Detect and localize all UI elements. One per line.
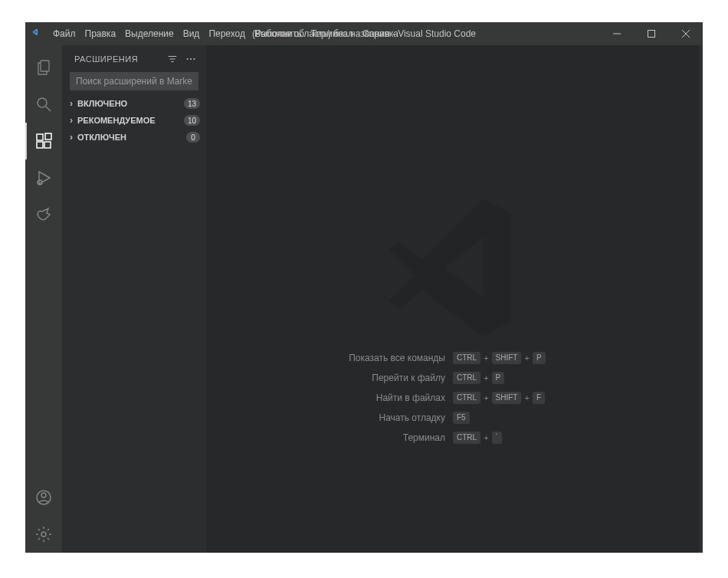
- section-badge: 13: [184, 98, 200, 109]
- menu-view[interactable]: Вид: [179, 22, 205, 45]
- editor-welcome: Показать все командыCTRL+SHIFT+PПерейти …: [206, 45, 700, 553]
- hint-keys: F5: [453, 412, 700, 424]
- svg-point-21: [193, 57, 195, 59]
- app-frame: Файл Правка Выделение Вид Переход Выполн…: [25, 22, 703, 553]
- hint-label: Терминал: [206, 432, 453, 443]
- svg-rect-1: [648, 31, 654, 38]
- run-debug-icon[interactable]: [25, 159, 62, 196]
- hint-keys: CTRL+SHIFT+P: [453, 352, 700, 364]
- hint-row: Начать отладкуF5: [206, 412, 700, 424]
- hint-row: Перейти к файлуCTRL+P: [206, 372, 700, 384]
- right-strip: [700, 45, 703, 553]
- close-button[interactable]: [668, 22, 703, 45]
- svg-rect-4: [41, 61, 49, 71]
- menu-go[interactable]: Переход: [204, 22, 250, 45]
- svg-rect-9: [44, 142, 51, 148]
- keycap: CTRL: [453, 392, 480, 404]
- svg-point-19: [187, 57, 189, 59]
- live-share-icon[interactable]: [25, 196, 62, 233]
- svg-rect-10: [45, 133, 51, 140]
- keycap: SHIFT: [492, 352, 522, 364]
- section-disabled[interactable]: › ОТКЛЮЧЕН 0: [62, 129, 206, 146]
- keycap: P: [492, 372, 505, 384]
- keycap: SHIFT: [492, 392, 522, 404]
- plus-separator: +: [484, 373, 488, 383]
- chevron-right-icon: ›: [67, 115, 76, 126]
- keycap: F5: [453, 412, 470, 424]
- hint-keys: CTRL+P: [453, 372, 700, 384]
- plus-separator: +: [484, 433, 488, 442]
- keycap: F: [533, 392, 545, 404]
- window-controls: [599, 22, 703, 45]
- window-title: (Рабочая область) без названия - Visual …: [252, 28, 476, 39]
- keycap: `: [492, 432, 502, 444]
- svg-rect-7: [37, 134, 43, 140]
- plus-separator: +: [524, 353, 529, 363]
- hint-row: Показать все командыCTRL+SHIFT+P: [206, 352, 700, 364]
- svg-point-5: [38, 98, 47, 107]
- hint-label: Найти в файлах: [206, 392, 453, 403]
- settings-gear-icon[interactable]: [25, 516, 62, 553]
- menu-file[interactable]: Файл: [48, 22, 80, 45]
- sidebar-title: РАСШИРЕНИЯ: [74, 54, 138, 64]
- svg-marker-11: [39, 172, 50, 184]
- vscode-watermark-icon: [376, 191, 530, 347]
- accounts-icon[interactable]: [25, 479, 62, 516]
- section-recommended[interactable]: › РЕКОМЕНДУЕМОЕ 10: [62, 112, 206, 129]
- filter-icon[interactable]: [165, 51, 180, 67]
- menu-selection[interactable]: Выделение: [120, 22, 179, 45]
- svg-point-15: [41, 532, 46, 537]
- search-icon[interactable]: [25, 86, 62, 123]
- hint-label: Перейти к файлу: [206, 373, 453, 383]
- hint-label: Показать все команды: [206, 353, 453, 363]
- section-label: ВКЛЮЧЕНО: [77, 99, 184, 108]
- hint-row: ТерминалCTRL+`: [206, 432, 700, 444]
- section-label: РЕКОМЕНДУЕМОЕ: [77, 116, 184, 125]
- svg-point-20: [190, 57, 192, 59]
- section-badge: 0: [186, 132, 200, 143]
- activity-bar: [25, 45, 62, 553]
- titlebar: Файл Правка Выделение Вид Переход Выполн…: [25, 22, 703, 45]
- section-label: ОТКЛЮЧЕН: [77, 133, 186, 142]
- hint-label: Начать отладку: [206, 412, 453, 423]
- keycap: P: [533, 352, 546, 364]
- explorer-icon[interactable]: [25, 49, 62, 86]
- svg-point-14: [41, 493, 46, 498]
- hint-row: Найти в файлахCTRL+SHIFT+F: [206, 392, 700, 404]
- chevron-right-icon: ›: [67, 98, 76, 109]
- keycap: CTRL: [453, 372, 480, 384]
- plus-separator: +: [484, 353, 488, 363]
- sidebar-header: РАСШИРЕНИЯ: [62, 45, 206, 72]
- minimize-button[interactable]: [599, 22, 634, 45]
- plus-separator: +: [524, 393, 529, 402]
- plus-separator: +: [484, 393, 488, 402]
- more-actions-icon[interactable]: [183, 51, 198, 67]
- section-badge: 10: [184, 115, 200, 126]
- keyboard-hints: Показать все командыCTRL+SHIFT+PПерейти …: [206, 352, 700, 444]
- vscode-logo-icon: [31, 28, 44, 40]
- hint-keys: CTRL+`: [453, 432, 700, 444]
- svg-rect-8: [37, 142, 43, 148]
- menu-edit[interactable]: Правка: [80, 22, 121, 45]
- keycap: CTRL: [453, 352, 480, 364]
- extension-search-row: [62, 72, 206, 95]
- svg-line-6: [46, 107, 51, 111]
- extensions-icon[interactable]: [25, 123, 62, 159]
- keycap: CTRL: [453, 432, 480, 444]
- chevron-right-icon: ›: [67, 132, 76, 143]
- body-area: РАСШИРЕНИЯ › ВКЛЮЧЕНО 13 › РЕКОМЕНДУЕМОЕ: [25, 45, 703, 553]
- maximize-button[interactable]: [634, 22, 668, 45]
- section-enabled[interactable]: › ВКЛЮЧЕНО 13: [62, 95, 206, 112]
- hint-keys: CTRL+SHIFT+F: [453, 392, 700, 404]
- sidebar-extensions: РАСШИРЕНИЯ › ВКЛЮЧЕНО 13 › РЕКОМЕНДУЕМОЕ: [62, 45, 206, 553]
- extension-search-input[interactable]: [70, 72, 198, 90]
